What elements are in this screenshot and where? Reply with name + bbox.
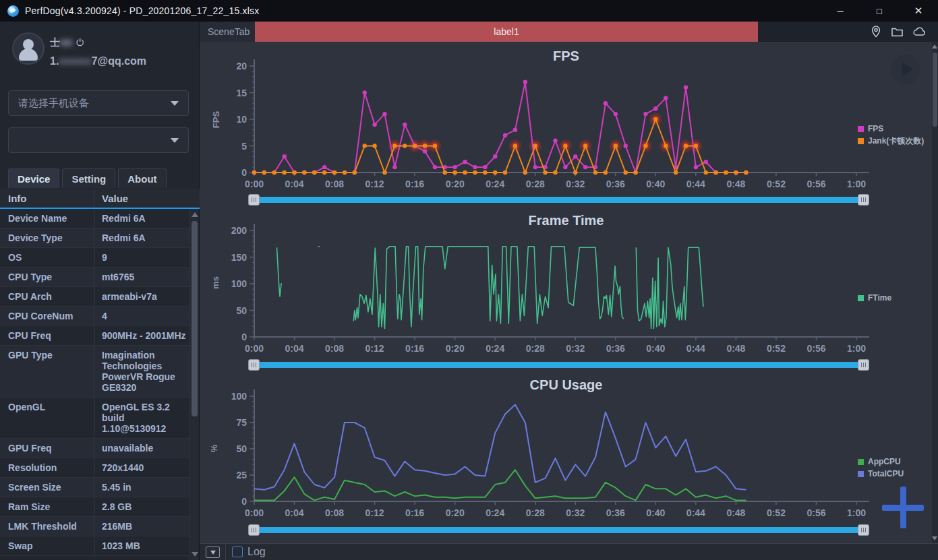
- table-row[interactable]: Device TypeRedmi 6A: [0, 228, 189, 248]
- scene-label-marker[interactable]: label1: [255, 22, 758, 42]
- close-button[interactable]: ✕: [899, 0, 938, 22]
- legend-item[interactable]: FTime: [858, 292, 891, 304]
- slider-right-handle[interactable]: [858, 524, 869, 536]
- tab-device[interactable]: Device: [8, 168, 59, 188]
- legend-item[interactable]: FPS: [858, 123, 924, 135]
- slider-range-bar[interactable]: [260, 197, 858, 203]
- cpu-time-range-slider[interactable]: [248, 524, 869, 536]
- svg-text:0: 0: [241, 496, 247, 507]
- scrollbar-down-arrow[interactable]: [932, 536, 937, 540]
- tab-about[interactable]: About: [118, 168, 166, 188]
- slider-right-handle[interactable]: [858, 194, 869, 206]
- maximize-button[interactable]: □: [860, 0, 899, 22]
- scrollbar-thumb[interactable]: [933, 53, 937, 127]
- value-cell: Redmi 6A: [94, 228, 189, 247]
- cloud-icon[interactable]: [912, 25, 927, 38]
- info-cell: OpenGL: [0, 398, 94, 438]
- scrollbar-down-arrow[interactable]: [192, 552, 198, 557]
- svg-text:100: 100: [231, 278, 247, 289]
- tab-setting[interactable]: Setting: [62, 168, 115, 188]
- table-row[interactable]: CPU Typemt6765: [0, 268, 189, 287]
- value-cell: 4: [94, 307, 189, 325]
- slider-right-handle[interactable]: [858, 359, 869, 371]
- main-scrollbar[interactable]: [932, 42, 938, 543]
- power-icon[interactable]: ⏻: [76, 37, 84, 48]
- table-row[interactable]: LMK Threshold216MB: [0, 517, 189, 536]
- user-card: 士■■⏻ 1.●●●●●7@qq.com: [0, 27, 200, 80]
- expand-log-button[interactable]: [206, 547, 220, 558]
- slider-range-bar[interactable]: [260, 527, 858, 533]
- table-row[interactable]: Swap1023 MB: [0, 536, 189, 556]
- table-row[interactable]: Device NameRedmi 6A: [0, 209, 189, 228]
- svg-text:0:44: 0:44: [686, 507, 705, 518]
- slider-left-handle[interactable]: [248, 194, 260, 206]
- slider-left-handle[interactable]: [248, 524, 260, 536]
- frame-time-chart[interactable]: 0501001502000:000:040:080:120:160:200:24…: [200, 209, 938, 363]
- table-row[interactable]: Ram Size2.8 GB: [0, 497, 189, 517]
- scene-bar: SceneTab label1: [200, 22, 938, 42]
- info-cell: Device Name: [0, 209, 94, 228]
- slider-range-bar[interactable]: [260, 362, 858, 368]
- table-row[interactable]: GPU TypeImagination Technologies PowerVR…: [0, 346, 189, 398]
- info-cell: CPU Type: [0, 268, 94, 286]
- value-cell: Imagination Technologies PowerVR Rogue G…: [94, 346, 189, 397]
- value-cell: armeabi-v7a: [94, 287, 189, 306]
- svg-text:50: 50: [236, 443, 247, 454]
- value-cell: 9: [94, 248, 189, 267]
- table-row[interactable]: OS9: [0, 248, 189, 268]
- add-chart-button[interactable]: [882, 487, 924, 528]
- window-title: PerfDog(v4.3.200924) - PD_20201206_17_22…: [25, 5, 259, 16]
- minimize-button[interactable]: ─: [821, 0, 860, 22]
- table-row[interactable]: GPU Frequnavailable: [0, 439, 189, 458]
- legend-item[interactable]: AppCPU: [858, 456, 904, 468]
- chevron-down-icon: [171, 101, 179, 106]
- app-select-dropdown[interactable]: [8, 127, 189, 153]
- app-window: PerfDog(v4.3.200924) - PD_20201206_17_22…: [0, 0, 938, 560]
- scrollbar-up-arrow[interactable]: [192, 212, 198, 217]
- scene-tab[interactable]: SceneTab: [200, 22, 255, 42]
- svg-text:0:28: 0:28: [526, 179, 545, 189]
- cpu-usage-chart-title: CPU Usage: [200, 377, 933, 393]
- legend-swatch: [858, 138, 864, 144]
- svg-text:0:44: 0:44: [686, 179, 705, 189]
- value-cell: 900MHz - 2001MHz: [94, 326, 189, 345]
- slider-left-handle[interactable]: [248, 359, 260, 371]
- user-name: 士■■⏻: [50, 36, 84, 49]
- legend-item[interactable]: Jank(卡顿次数): [858, 135, 924, 147]
- value-cell: Redmi 6A: [94, 209, 189, 228]
- legend-label: TotalCPU: [868, 469, 904, 478]
- info-cell: CPU Arch: [0, 287, 94, 306]
- scrollbar-up-arrow[interactable]: [932, 44, 937, 49]
- legend-swatch: [858, 295, 864, 301]
- svg-text:5: 5: [241, 141, 247, 152]
- device-info-table: Device NameRedmi 6ADevice TypeRedmi 6AOS…: [0, 209, 189, 560]
- table-row[interactable]: CPU Archarmeabi-v7a: [0, 287, 189, 307]
- folder-icon[interactable]: [890, 25, 904, 38]
- location-icon[interactable]: [869, 25, 883, 38]
- fps-time-range-slider[interactable]: [248, 194, 869, 206]
- frame-time-range-slider[interactable]: [248, 359, 869, 371]
- svg-text:0:08: 0:08: [325, 179, 344, 189]
- window-controls: ─ □ ✕: [821, 0, 938, 22]
- table-row[interactable]: Resolution720x1440: [0, 458, 189, 478]
- svg-text:0:40: 0:40: [646, 343, 665, 354]
- svg-text:50: 50: [236, 305, 247, 316]
- sidebar: 士■■⏻ 1.●●●●●7@qq.com 请选择手机设备 Device Sett…: [0, 22, 200, 560]
- play-button[interactable]: [891, 55, 920, 84]
- table-row[interactable]: CPU CoreNum4: [0, 307, 189, 326]
- table-row[interactable]: Screen Size5.45 in: [0, 478, 189, 497]
- svg-text:10: 10: [236, 114, 247, 125]
- svg-text:1:00: 1:00: [847, 179, 866, 189]
- legend-item[interactable]: TotalCPU: [858, 468, 904, 480]
- info-cell: Screen Size: [0, 478, 94, 497]
- sidebar-scrollbar[interactable]: [189, 209, 198, 560]
- fps-chart[interactable]: 051015200:000:040:080:120:160:200:240:28…: [200, 42, 938, 197]
- log-checkbox[interactable]: [232, 547, 243, 557]
- scrollbar-thumb[interactable]: [192, 221, 198, 416]
- table-row[interactable]: OpenGLOpenGL ES 3.2 build 1.10@5130912: [0, 398, 189, 439]
- cpu-usage-chart[interactable]: 02550751000:000:040:080:120:160:200:240:…: [200, 374, 938, 528]
- frame-time-chart-legend: FTime: [858, 292, 891, 304]
- svg-text:1:00: 1:00: [847, 343, 866, 354]
- table-row[interactable]: CPU Freq900MHz - 2001MHz: [0, 326, 189, 346]
- device-select-dropdown[interactable]: 请选择手机设备: [8, 90, 189, 116]
